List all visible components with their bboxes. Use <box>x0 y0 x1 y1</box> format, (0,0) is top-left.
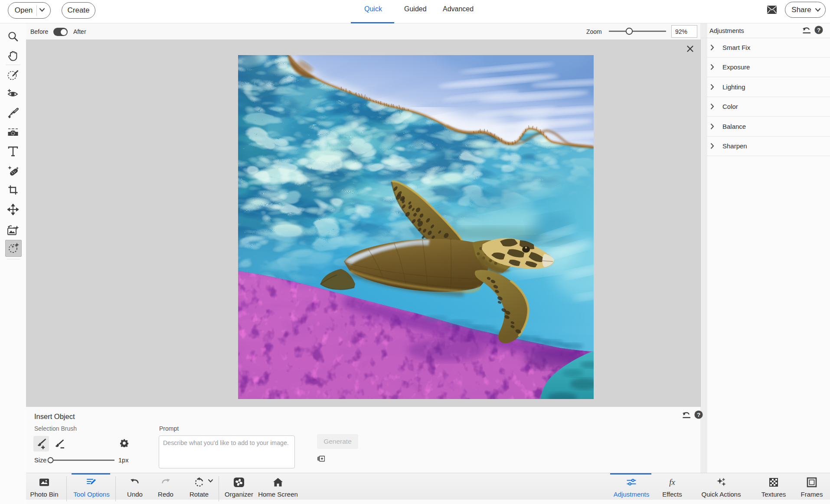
svg-text:?: ? <box>817 27 820 33</box>
svg-text:fx: fx <box>669 478 675 487</box>
svg-text:?: ? <box>697 412 700 418</box>
